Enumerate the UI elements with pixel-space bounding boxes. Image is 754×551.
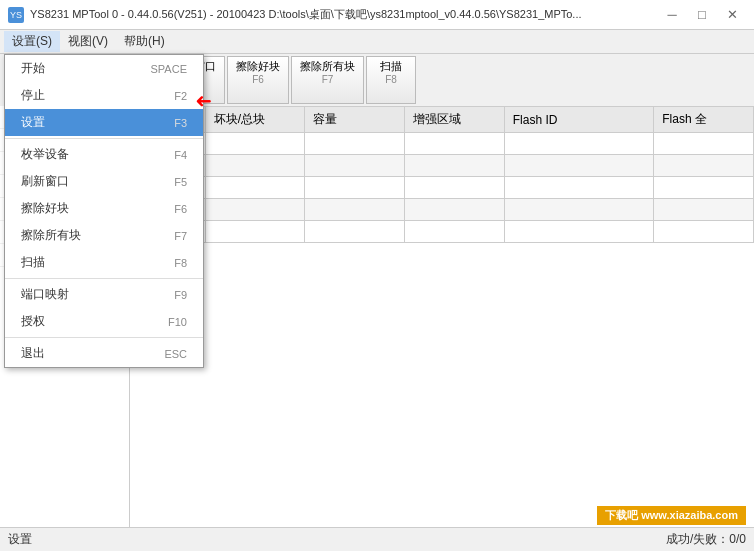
menu-item-erase-all[interactable]: 擦除所有块F7 (5, 222, 203, 249)
menu-settings[interactable]: 设置(S) (4, 31, 60, 52)
table-cell (654, 155, 754, 177)
maximize-button[interactable]: □ (688, 5, 716, 25)
title-bar-text: YS8231 MPTool 0 - 0.44.0.56(V251) - 2010… (30, 7, 582, 22)
table-cell (205, 199, 305, 221)
menu-separator (5, 337, 203, 338)
table-cell (405, 177, 505, 199)
table-cell (504, 155, 654, 177)
status-right: 成功/失败：0/0 (666, 531, 746, 548)
menu-item-label: 退出 (21, 345, 45, 362)
table-cell (305, 155, 405, 177)
table-row (131, 221, 754, 243)
table-cell (305, 177, 405, 199)
data-table: 状态 坏块/总块 容量 增强区域 Flash ID Flash 全 (130, 106, 754, 243)
menu-item-label: 授权 (21, 313, 45, 330)
col-bad-blocks: 坏块/总块 (205, 107, 305, 133)
table-cell (405, 199, 505, 221)
table-cell (654, 199, 754, 221)
table-cell (305, 199, 405, 221)
settings-dropdown: 开始SPACE停止F2设置F3枚举设备F4刷新窗口F5擦除好块F6擦除所有块F7… (4, 54, 204, 368)
menu-item-exit[interactable]: 退出ESC (5, 340, 203, 367)
menu-separator (5, 138, 203, 139)
table-cell (504, 221, 654, 243)
table-cell (504, 199, 654, 221)
table-row (131, 133, 754, 155)
menu-view[interactable]: 视图(V) (60, 31, 116, 52)
table-row (131, 199, 754, 221)
menu-item-label: 枚举设备 (21, 146, 69, 163)
erase-all-button[interactable]: 擦除所有块 F7 (291, 56, 364, 104)
table-cell (205, 133, 305, 155)
menu-item-label: 停止 (21, 87, 45, 104)
status-bar: 设置 成功/失败：0/0 (0, 527, 754, 551)
menu-bar: 设置(S) 视图(V) 帮助(H) (0, 30, 754, 54)
menu-item-erase-good[interactable]: 擦除好块F6 (5, 195, 203, 222)
menu-item-auth[interactable]: 授权F10 (5, 308, 203, 335)
menu-item-label: 端口映射 (21, 286, 69, 303)
scan-button[interactable]: 扫描 F8 (366, 56, 416, 104)
col-enhanced: 增强区域 (405, 107, 505, 133)
table-row (131, 155, 754, 177)
menu-item-shortcut: F6 (174, 203, 187, 215)
menu-item-enum[interactable]: 枚举设备F4 (5, 141, 203, 168)
menu-item-label: 开始 (21, 60, 45, 77)
table-cell (305, 133, 405, 155)
menu-item-shortcut: F3 (174, 117, 187, 129)
menu-help[interactable]: 帮助(H) (116, 31, 173, 52)
menu-item-label: 刷新窗口 (21, 173, 69, 190)
close-button[interactable]: ✕ (718, 5, 746, 25)
table-cell (205, 155, 305, 177)
minimize-button[interactable]: ─ (658, 5, 686, 25)
table-cell (205, 221, 305, 243)
menu-item-label: 擦除好块 (21, 200, 69, 217)
title-bar-left: YS YS8231 MPTool 0 - 0.44.0.56(V251) - 2… (8, 7, 582, 23)
table-cell (405, 155, 505, 177)
table-cell (654, 177, 754, 199)
col-flash-full: Flash 全 (654, 107, 754, 133)
menu-item-shortcut: F8 (174, 257, 187, 269)
menu-item-shortcut: F5 (174, 176, 187, 188)
menu-item-label: 扫描 (21, 254, 45, 271)
menu-item-shortcut: F2 (174, 90, 187, 102)
title-bar-controls: ─ □ ✕ (658, 5, 746, 25)
table-cell (205, 177, 305, 199)
menu-item-stop[interactable]: 停止F2 (5, 82, 203, 109)
col-flash-id: Flash ID (504, 107, 654, 133)
menu-separator (5, 278, 203, 279)
col-capacity: 容量 (305, 107, 405, 133)
table-row (131, 177, 754, 199)
menu-item-shortcut: F7 (174, 230, 187, 242)
table-cell (504, 133, 654, 155)
table-cell (504, 177, 654, 199)
menu-item-start[interactable]: 开始SPACE (5, 55, 203, 82)
menu-item-shortcut: F4 (174, 149, 187, 161)
menu-item-shortcut: ESC (164, 348, 187, 360)
menu-item-shortcut: F10 (168, 316, 187, 328)
red-arrow-indicator: ➜ (195, 90, 212, 114)
menu-item-shortcut: F9 (174, 289, 187, 301)
title-bar: YS YS8231 MPTool 0 - 0.44.0.56(V251) - 2… (0, 0, 754, 30)
menu-item-port-map[interactable]: 端口映射F9 (5, 281, 203, 308)
menu-item-label: 设置 (21, 114, 45, 131)
menu-item-label: 擦除所有块 (21, 227, 81, 244)
table-cell (654, 221, 754, 243)
data-table-panel: 状态 坏块/总块 容量 增强区域 Flash ID Flash 全 (130, 106, 754, 527)
erase-good-button[interactable]: 擦除好块 F6 (227, 56, 289, 104)
menu-item-shortcut: SPACE (151, 63, 187, 75)
table-cell (305, 221, 405, 243)
menu-item-scan[interactable]: 扫描F8 (5, 249, 203, 276)
status-left: 设置 (8, 531, 32, 548)
app-icon: YS (8, 7, 24, 23)
table-cell (654, 133, 754, 155)
menu-item-settings[interactable]: 设置F3 (5, 109, 203, 136)
table-cell (405, 133, 505, 155)
watermark: 下载吧 www.xiazaiba.com (597, 506, 746, 525)
menu-item-refresh[interactable]: 刷新窗口F5 (5, 168, 203, 195)
table-cell (405, 221, 505, 243)
